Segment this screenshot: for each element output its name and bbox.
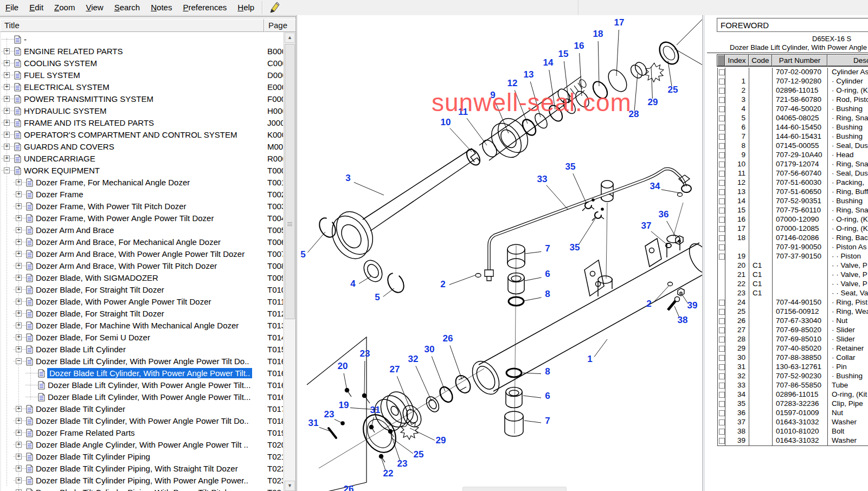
row-checkbox[interactable] xyxy=(719,152,725,158)
callout-number[interactable]: 16 xyxy=(574,41,584,51)
tree-item-label[interactable]: GUARDS AND COVERS xyxy=(24,142,114,151)
tree-item[interactable]: +POWER TRANSMITTING SYSTEMF000 xyxy=(1,93,283,105)
callout-number[interactable]: 28 xyxy=(629,109,639,119)
tree-item[interactable]: +ELECTRICAL SYSTEME000 xyxy=(1,81,283,93)
tree-item[interactable]: +Dozer Blade Tilt Cylinder Piping, With … xyxy=(1,475,283,487)
tree-item-label[interactable]: Dozer Arm And Brace, With Power Angle Po… xyxy=(36,249,245,259)
menu-item-file[interactable]: File xyxy=(0,0,24,15)
scroll-up-button[interactable]: ▲ xyxy=(285,33,295,43)
row-checkbox[interactable] xyxy=(719,79,725,85)
callout-number[interactable]: 25 xyxy=(414,449,424,460)
callout-number[interactable]: 6 xyxy=(545,391,550,401)
tree-item[interactable]: +Dozer Arm And Brace, For Mechanical Ang… xyxy=(1,236,283,248)
tree-item[interactable]: +Dozer Blade, With Power Angle Power Til… xyxy=(1,296,283,308)
parts-row[interactable]: 29707-40-85020· Retainer xyxy=(718,344,868,353)
row-checkbox[interactable] xyxy=(719,180,725,186)
callout-number[interactable]: 13 xyxy=(524,69,534,80)
row-checkbox[interactable] xyxy=(719,364,725,370)
parts-row[interactable]: 504065-08025· Ring, Sna xyxy=(718,114,868,123)
tree-item-label[interactable]: Dozer Blade Tilt Cylinder Piping, With P… xyxy=(36,476,248,485)
tree-item-label[interactable]: Dozer Arm And Brace, With Power Tilt Pit… xyxy=(36,261,217,270)
parts-row[interactable]: 1807146-02086· Ring, Bac xyxy=(718,234,868,243)
exploded-diagram-panel[interactable]: 1011912131415161817282925354533353436373… xyxy=(297,15,702,491)
callout-number[interactable]: 25 xyxy=(668,85,678,95)
callout-number[interactable]: 17 xyxy=(614,17,625,28)
row-checkbox[interactable] xyxy=(719,337,725,343)
row-checkbox[interactable] xyxy=(719,88,725,94)
tree-item-label[interactable]: Dozer Blade Tilt Cylinder Piping, With S… xyxy=(36,464,238,473)
tree-item[interactable]: +Dozer Blade, For Semi U DozerT014 xyxy=(1,332,283,344)
row-checkbox[interactable] xyxy=(719,327,725,333)
expand-toggle[interactable]: + xyxy=(16,418,22,424)
expand-toggle[interactable]: + xyxy=(16,287,22,293)
tree-item-label[interactable]: Dozer Arm And Brace, For Mechanical Angl… xyxy=(36,237,221,247)
row-checkbox[interactable] xyxy=(719,115,725,121)
row-checkbox[interactable] xyxy=(719,410,725,416)
parts-row[interactable]: 31130-63-12761· Pin xyxy=(718,363,868,372)
callout-number[interactable]: 29 xyxy=(436,435,446,445)
tree-item[interactable]: +Dozer Frame Related PartsT019 xyxy=(1,427,283,439)
tree-item-label[interactable]: COOLING SYSTEM xyxy=(24,59,97,68)
parts-row[interactable]: 1007179-12074· Ring, Sna xyxy=(718,160,868,169)
parts-row[interactable]: 11707-56-60740· Seal, Dus xyxy=(718,169,868,178)
menu-item-preferences[interactable]: Preferences xyxy=(177,0,232,15)
expand-toggle[interactable]: + xyxy=(4,108,10,114)
row-checkbox[interactable] xyxy=(719,438,725,444)
expand-toggle[interactable]: + xyxy=(16,191,22,197)
tree-item[interactable]: +Dozer Arm And BraceT005 xyxy=(1,224,283,236)
callout-number[interactable]: 29 xyxy=(648,97,658,107)
callout-number[interactable]: 33 xyxy=(537,174,548,184)
tree-item-label[interactable]: Dozer Blade Lift Cylinder, With Power An… xyxy=(48,392,250,402)
expand-toggle[interactable]: + xyxy=(16,227,22,233)
tree-item[interactable]: +Dozer Blade Tilt Cylinder, With Power A… xyxy=(1,415,283,427)
tree-item[interactable]: +Dozer Frame, With Power Angle Power Til… xyxy=(1,212,283,224)
expand-toggle[interactable]: + xyxy=(16,466,22,471)
tree-item[interactable]: +Dozer Blade, For Machine With Mechanica… xyxy=(1,320,283,332)
parts-row[interactable]: 9707-29-10A40· Head xyxy=(718,151,868,160)
callout-number[interactable]: 19 xyxy=(339,400,349,410)
tree-item[interactable]: +HYDRAULIC SYSTEMH000 xyxy=(1,105,283,117)
tree-item[interactable]: +Dozer Arm And Brace, With Power Tilt Pi… xyxy=(1,260,283,272)
panel-splitter[interactable] xyxy=(703,15,703,491)
callout-number[interactable]: 1 xyxy=(587,354,592,364)
callout-number[interactable]: 26 xyxy=(443,333,453,344)
tree-item-label[interactable]: Dozer Blade Tilt Cylinder, With Power An… xyxy=(36,416,249,425)
tree-item[interactable]: +Dozer Blade Angle Cylinder, With Power … xyxy=(1,439,283,451)
tree-item[interactable]: - xyxy=(1,34,283,46)
expand-toggle[interactable]: + xyxy=(16,406,22,412)
expand-toggle[interactable]: − xyxy=(4,167,10,173)
callout-number[interactable]: 32 xyxy=(408,354,419,364)
expand-toggle[interactable]: + xyxy=(16,239,22,245)
row-checkbox[interactable] xyxy=(719,226,725,232)
callout-number[interactable]: 11 xyxy=(458,107,468,117)
tree-item-label[interactable]: Dozer Frame Related Parts xyxy=(36,428,135,437)
expand-toggle[interactable]: + xyxy=(4,84,10,90)
callout-number[interactable]: 30 xyxy=(425,344,435,354)
callout-number[interactable]: 35 xyxy=(565,161,576,172)
parts-row[interactable]: 202896-11015· O-ring, (Ki xyxy=(718,86,868,95)
tree-item[interactable]: +Dozer Blade Lift CylinderT015 xyxy=(1,344,283,356)
row-checkbox[interactable] xyxy=(719,189,725,195)
callout-number[interactable]: 7 xyxy=(545,243,550,254)
tree-item-label[interactable]: Dozer Blade, For Semi U Dozer xyxy=(36,333,150,342)
tree-item-label[interactable]: WORK EQUIPMENT xyxy=(24,166,100,175)
parts-row[interactable]: 2507156-00912· Ring, Wea xyxy=(718,307,868,316)
tree-item-label[interactable]: Dozer Frame, For Mechanical Angle Dozer xyxy=(36,178,190,187)
row-checkbox[interactable] xyxy=(719,419,725,425)
tree-item[interactable]: +GUARDS AND COVERSM00 xyxy=(1,141,283,153)
parts-row[interactable]: 1707-12-90280· Cylinder xyxy=(718,77,868,86)
callout-number[interactable]: 39 xyxy=(687,300,698,311)
tree-item[interactable]: +UNDERCARRIAGER000 xyxy=(1,153,283,165)
parts-column-Part Number[interactable]: Part Number xyxy=(772,55,827,66)
tree-item[interactable]: +ENGINE RELATED PARTSB000 xyxy=(1,46,283,57)
diagram-scrollbar-hint[interactable] xyxy=(462,487,567,491)
expand-toggle[interactable]: + xyxy=(16,430,22,436)
expand-toggle[interactable]: + xyxy=(16,179,22,185)
row-checkbox[interactable] xyxy=(719,161,725,167)
callout-number[interactable]: 38 xyxy=(678,315,688,325)
tree-item[interactable]: +Dozer FrameT002 xyxy=(1,189,283,201)
tree-item[interactable]: +Dozer Blade, For Straight Tilt DozerT01… xyxy=(1,308,283,320)
parts-row[interactable]: 23C1· · Seat, Va xyxy=(718,289,868,298)
expand-toggle[interactable]: + xyxy=(4,60,10,66)
tree-item[interactable]: +Dozer Blade Tilt Cylinder Piping, With … xyxy=(1,463,283,475)
